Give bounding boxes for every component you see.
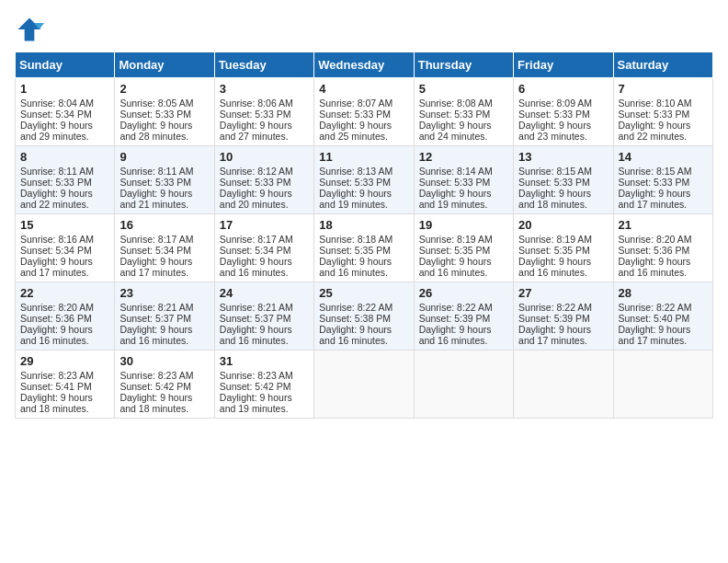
calendar-cell (414, 350, 513, 419)
sunset-text: Sunset: 5:37 PM (119, 313, 209, 324)
day-number: 31 (220, 354, 309, 368)
sunrise-text: Sunrise: 8:13 AM (319, 166, 408, 177)
calendar-cell: 9Sunrise: 8:11 AMSunset: 5:33 PMDaylight… (115, 146, 214, 214)
calendar-week-row: 1Sunrise: 8:04 AMSunset: 5:34 PMDaylight… (16, 78, 713, 146)
sunset-text: Sunset: 5:37 PM (220, 313, 309, 324)
day-number: 13 (518, 150, 608, 164)
calendar-cell: 30Sunrise: 8:23 AMSunset: 5:42 PMDayligh… (115, 350, 214, 419)
sunrise-text: Sunrise: 8:23 AM (20, 370, 109, 381)
calendar-cell: 28Sunrise: 8:22 AMSunset: 5:40 PMDayligh… (613, 282, 712, 350)
logo (15, 15, 48, 44)
sunrise-text: Sunrise: 8:17 AM (220, 234, 309, 245)
calendar-cell: 21Sunrise: 8:20 AMSunset: 5:36 PMDayligh… (613, 214, 712, 282)
sunset-text: Sunset: 5:41 PM (20, 381, 109, 392)
sunset-text: Sunset: 5:33 PM (319, 109, 408, 120)
day-number: 30 (119, 354, 209, 368)
sunrise-text: Sunrise: 8:19 AM (419, 234, 508, 245)
calendar-cell: 17Sunrise: 8:17 AMSunset: 5:34 PMDayligh… (214, 214, 313, 282)
calendar-cell (613, 350, 712, 419)
day-header-saturday: Saturday (613, 52, 712, 78)
daylight-text: Daylight: 9 hours and 16 minutes. (518, 256, 608, 278)
day-number: 8 (20, 150, 109, 164)
day-number: 24 (220, 286, 309, 300)
sunset-text: Sunset: 5:33 PM (419, 109, 508, 120)
day-number: 29 (20, 354, 109, 368)
logo-icon (15, 15, 44, 44)
calendar-cell: 10Sunrise: 8:12 AMSunset: 5:33 PMDayligh… (214, 146, 313, 214)
calendar-cell: 15Sunrise: 8:16 AMSunset: 5:34 PMDayligh… (16, 214, 115, 282)
calendar-cell: 31Sunrise: 8:23 AMSunset: 5:42 PMDayligh… (214, 350, 313, 419)
day-number: 28 (619, 286, 708, 300)
calendar-cell: 7Sunrise: 8:10 AMSunset: 5:33 PMDaylight… (613, 78, 712, 146)
day-number: 6 (518, 82, 608, 96)
sunset-text: Sunset: 5:34 PM (20, 109, 109, 120)
sunrise-text: Sunrise: 8:07 AM (319, 98, 408, 109)
day-number: 3 (220, 82, 309, 96)
day-number: 12 (419, 150, 508, 164)
daylight-text: Daylight: 9 hours and 18 minutes. (20, 392, 109, 414)
sunset-text: Sunset: 5:33 PM (319, 177, 408, 188)
svg-marker-0 (18, 18, 41, 41)
sunrise-text: Sunrise: 8:22 AM (518, 302, 608, 313)
day-header-tuesday: Tuesday (214, 52, 313, 78)
sunrise-text: Sunrise: 8:04 AM (20, 98, 109, 109)
sunset-text: Sunset: 5:39 PM (518, 313, 608, 324)
day-number: 25 (319, 286, 408, 300)
calendar-cell: 13Sunrise: 8:15 AMSunset: 5:33 PMDayligh… (514, 146, 613, 214)
sunset-text: Sunset: 5:34 PM (119, 245, 209, 256)
sunset-text: Sunset: 5:33 PM (119, 177, 209, 188)
day-number: 26 (419, 286, 508, 300)
sunrise-text: Sunrise: 8:23 AM (119, 370, 209, 381)
calendar-cell: 8Sunrise: 8:11 AMSunset: 5:33 PMDaylight… (16, 146, 115, 214)
daylight-text: Daylight: 9 hours and 16 minutes. (20, 324, 109, 346)
day-number: 5 (419, 82, 508, 96)
sunrise-text: Sunrise: 8:18 AM (319, 234, 408, 245)
daylight-text: Daylight: 9 hours and 19 minutes. (319, 188, 408, 210)
daylight-text: Daylight: 9 hours and 19 minutes. (419, 188, 508, 210)
day-number: 19 (419, 218, 508, 232)
page-header (15, 15, 713, 44)
calendar-cell: 6Sunrise: 8:09 AMSunset: 5:33 PMDaylight… (514, 78, 613, 146)
sunrise-text: Sunrise: 8:22 AM (419, 302, 508, 313)
daylight-text: Daylight: 9 hours and 16 minutes. (619, 256, 708, 278)
day-number: 11 (319, 150, 408, 164)
day-number: 14 (619, 150, 708, 164)
sunset-text: Sunset: 5:42 PM (220, 381, 309, 392)
sunset-text: Sunset: 5:33 PM (518, 109, 608, 120)
sunrise-text: Sunrise: 8:23 AM (220, 370, 309, 381)
day-number: 15 (20, 218, 109, 232)
day-number: 10 (220, 150, 309, 164)
sunrise-text: Sunrise: 8:12 AM (220, 166, 309, 177)
calendar-header-row: SundayMondayTuesdayWednesdayThursdayFrid… (16, 52, 713, 78)
day-number: 20 (518, 218, 608, 232)
day-number: 2 (119, 82, 209, 96)
daylight-text: Daylight: 9 hours and 16 minutes. (319, 256, 408, 278)
sunset-text: Sunset: 5:35 PM (419, 245, 508, 256)
calendar-cell: 2Sunrise: 8:05 AMSunset: 5:33 PMDaylight… (115, 78, 214, 146)
daylight-text: Daylight: 9 hours and 29 minutes. (20, 120, 109, 142)
sunrise-text: Sunrise: 8:10 AM (619, 98, 708, 109)
day-number: 9 (119, 150, 209, 164)
daylight-text: Daylight: 9 hours and 16 minutes. (419, 256, 508, 278)
calendar-week-row: 29Sunrise: 8:23 AMSunset: 5:41 PMDayligh… (16, 350, 713, 419)
day-header-thursday: Thursday (414, 52, 513, 78)
calendar-table: SundayMondayTuesdayWednesdayThursdayFrid… (15, 52, 713, 419)
calendar-cell: 29Sunrise: 8:23 AMSunset: 5:41 PMDayligh… (16, 350, 115, 419)
calendar-cell: 14Sunrise: 8:15 AMSunset: 5:33 PMDayligh… (613, 146, 712, 214)
day-number: 18 (319, 218, 408, 232)
daylight-text: Daylight: 9 hours and 28 minutes. (119, 120, 209, 142)
sunrise-text: Sunrise: 8:11 AM (119, 166, 209, 177)
sunrise-text: Sunrise: 8:20 AM (619, 234, 708, 245)
daylight-text: Daylight: 9 hours and 16 minutes. (319, 324, 408, 346)
sunset-text: Sunset: 5:35 PM (319, 245, 408, 256)
day-number: 27 (518, 286, 608, 300)
calendar-week-row: 15Sunrise: 8:16 AMSunset: 5:34 PMDayligh… (16, 214, 713, 282)
sunset-text: Sunset: 5:33 PM (518, 177, 608, 188)
day-number: 1 (20, 82, 109, 96)
sunrise-text: Sunrise: 8:06 AM (220, 98, 309, 109)
daylight-text: Daylight: 9 hours and 22 minutes. (20, 188, 109, 210)
day-number: 17 (220, 218, 309, 232)
sunset-text: Sunset: 5:38 PM (319, 313, 408, 324)
sunrise-text: Sunrise: 8:05 AM (119, 98, 209, 109)
sunset-text: Sunset: 5:36 PM (619, 245, 708, 256)
